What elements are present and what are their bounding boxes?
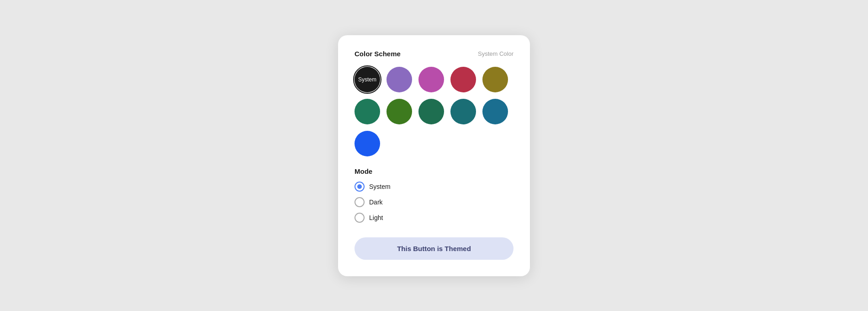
mode-option-system[interactable]: System <box>355 182 513 192</box>
color-scheme-card: Color Scheme System Color System Mode Sy… <box>338 35 530 276</box>
mode-label-dark: Dark <box>369 198 383 206</box>
system-color-label: System Color <box>478 50 513 57</box>
mode-title: Mode <box>355 167 513 175</box>
radio-outer-dark <box>355 197 365 207</box>
color-option-green2[interactable] <box>418 99 444 124</box>
mode-label-light: Light <box>369 214 383 221</box>
radio-outer-light <box>355 213 365 223</box>
color-option-blue[interactable] <box>355 131 380 156</box>
color-option-purple[interactable] <box>386 67 412 92</box>
themed-button[interactable]: This Button is Themed <box>355 237 513 260</box>
mode-option-light[interactable]: Light <box>355 213 513 223</box>
color-option-magenta[interactable] <box>418 67 444 92</box>
color-option-teal-dark[interactable] <box>355 99 380 124</box>
radio-outer-system <box>355 182 365 192</box>
color-option-teal[interactable] <box>450 99 476 124</box>
color-option-red[interactable] <box>450 67 476 92</box>
color-grid: System <box>355 67 513 156</box>
radio-inner-system <box>357 184 362 189</box>
mode-label-system: System <box>369 183 391 190</box>
mode-options: SystemDarkLight <box>355 182 513 223</box>
mode-option-dark[interactable]: Dark <box>355 197 513 207</box>
color-option-blue-teal[interactable] <box>482 99 508 124</box>
color-option-olive[interactable] <box>482 67 508 92</box>
color-option-system[interactable]: System <box>355 67 380 92</box>
mode-section: Mode SystemDarkLight <box>355 167 513 237</box>
card-header: Color Scheme System Color <box>355 50 513 58</box>
color-scheme-title: Color Scheme <box>355 50 401 58</box>
color-option-green[interactable] <box>386 99 412 124</box>
